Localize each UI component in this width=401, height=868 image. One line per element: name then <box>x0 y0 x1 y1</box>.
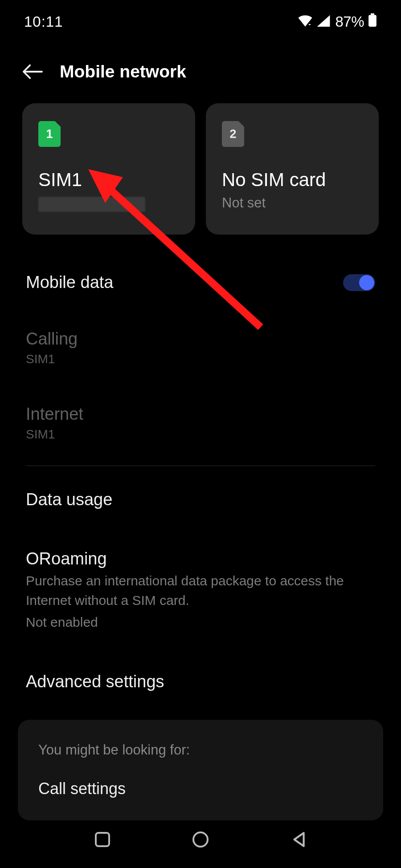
divider <box>26 466 375 466</box>
oroaming-row[interactable]: ORoaming Purchase an international data … <box>26 538 375 644</box>
sim-badge-icon: 2 <box>222 121 244 147</box>
arrow-left-icon <box>22 64 43 80</box>
settings-list: Mobile data Calling SIM1 Internet SIM1 <box>0 262 401 453</box>
sim-card-subtitle-redacted <box>38 197 145 212</box>
nav-recent-button[interactable] <box>92 829 113 850</box>
circle-icon <box>192 831 209 848</box>
oroaming-status: Not enabled <box>26 612 98 632</box>
advanced-settings-row[interactable]: Advanced settings <box>26 661 375 702</box>
back-button[interactable] <box>22 61 43 82</box>
nav-home-button[interactable] <box>190 829 211 850</box>
navigation-bar <box>0 819 401 868</box>
calling-row[interactable]: Calling SIM1 <box>26 318 375 378</box>
svg-rect-2 <box>368 15 376 27</box>
advanced-settings-label: Advanced settings <box>26 672 164 691</box>
oroaming-label: ORoaming <box>26 549 107 568</box>
suggestion-card: You might be looking for: Call settings <box>18 720 383 820</box>
mobile-data-label: Mobile data <box>26 273 113 292</box>
sim-card-2[interactable]: 2 No SIM card Not set <box>206 103 379 235</box>
sim-card-row: 1 SIM1 2 No SIM card Not set <box>0 103 401 235</box>
sim-card-name: SIM1 <box>38 169 182 191</box>
battery-percentage: 87% <box>335 13 364 30</box>
svg-rect-1 <box>371 13 374 15</box>
data-usage-label: Data usage <box>26 490 112 509</box>
svg-point-4 <box>193 832 208 847</box>
clock: 10:11 <box>24 13 63 30</box>
triangle-left-icon <box>291 831 306 848</box>
suggestion-heading: You might be looking for: <box>38 742 363 758</box>
square-icon <box>94 831 110 848</box>
mobile-data-toggle-row[interactable]: Mobile data <box>26 262 375 303</box>
call-settings-link[interactable]: Call settings <box>38 779 363 798</box>
sim-card-subtitle: Not set <box>222 195 365 211</box>
sim-card-name: No SIM card <box>222 169 365 191</box>
sim-card-1[interactable]: 1 SIM1 <box>22 103 195 235</box>
signal-icon <box>317 13 330 30</box>
sim-badge-icon: 1 <box>38 121 61 147</box>
mobile-data-toggle[interactable] <box>343 274 375 291</box>
page-title: Mobile network <box>60 62 186 81</box>
status-icons: 87% <box>298 13 377 30</box>
data-usage-row[interactable]: Data usage <box>26 479 375 520</box>
internet-value: SIM1 <box>26 427 55 442</box>
internet-row[interactable]: Internet SIM1 <box>26 393 375 453</box>
svg-rect-3 <box>96 833 109 846</box>
settings-list-2: Data usage ORoaming Purchase an internat… <box>0 479 401 702</box>
oroaming-description: Purchase an international data package t… <box>26 571 375 610</box>
app-bar: Mobile network <box>0 37 401 103</box>
internet-label: Internet <box>26 405 83 424</box>
status-bar: 10:11 87% <box>0 0 401 37</box>
calling-value: SIM1 <box>26 352 55 366</box>
wifi-icon <box>298 13 313 30</box>
nav-back-button[interactable] <box>288 829 309 850</box>
calling-label: Calling <box>26 329 78 349</box>
battery-icon <box>368 13 377 30</box>
